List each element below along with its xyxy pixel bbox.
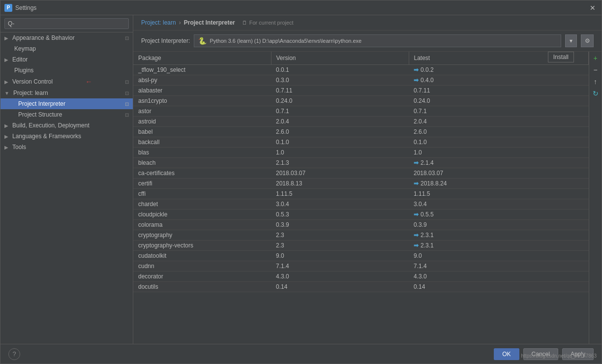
arrow-icon: ▶ <box>4 134 8 139</box>
version-cell: 0.7.1 <box>271 106 409 117</box>
close-button[interactable]: ✕ <box>588 3 598 13</box>
interpreter-dropdown-button[interactable]: ▾ <box>565 34 577 47</box>
ok-button[interactable]: OK <box>494 348 519 360</box>
table-row[interactable]: astor0.7.10.7.1 <box>133 106 589 117</box>
package-cell: astroid <box>133 117 271 127</box>
version-cell: 9.0 <box>271 251 409 261</box>
version-cell: 0.5.3 <box>271 210 409 220</box>
sidebar-item-tools[interactable]: ▶ Tools <box>0 142 133 152</box>
move-up-button[interactable]: ↑ <box>590 76 601 87</box>
package-cell: cudnn <box>133 261 271 272</box>
table-row[interactable]: babel2.6.02.6.0 <box>133 127 589 137</box>
table-row[interactable]: cudnn7.1.47.1.4 <box>133 261 589 272</box>
version-cell: 4.3.0 <box>271 272 409 282</box>
arrow-icon: ▶ <box>4 35 8 41</box>
for-current-project-label: 🗒For current project <box>242 20 294 26</box>
sidebar-item-project-structure[interactable]: Project Structure ⊡ <box>0 109 133 120</box>
sidebar-item-languages[interactable]: ▶ Languages & Frameworks <box>0 131 133 142</box>
latest-cell: ➡2.3.1 <box>409 241 589 251</box>
package-cell: ca-certificates <box>133 168 271 179</box>
table-row[interactable]: chardet3.0.43.0.4 <box>133 199 589 210</box>
table-row[interactable]: cryptography-vectors2.3➡2.3.1 <box>133 241 589 251</box>
table-row[interactable]: blas1.01.0 <box>133 148 589 158</box>
copy-icon: ⊡ <box>125 35 129 41</box>
apply-button[interactable]: Apply <box>562 348 594 360</box>
version-cell: 1.11.5 <box>271 189 409 199</box>
action-sidebar: + − ↑ ↻ <box>589 52 602 344</box>
table-row[interactable]: ca-certificates2018.03.072018.03.07 <box>133 168 589 179</box>
interpreter-select[interactable]: 🐍 Python 3.6 (learn) (1) D:\app\Anaconda… <box>194 34 561 47</box>
table-row[interactable]: docutils0.140.14 <box>133 282 589 292</box>
breadcrumb-separator: › <box>179 19 181 26</box>
table-row[interactable]: absl-py0.3.0➡0.4.0 <box>133 75 589 86</box>
sidebar-item-appearance-behavior[interactable]: ▶ Appearance & Behavior ⊡ <box>0 32 133 43</box>
latest-cell: ➡2.1.4 <box>409 158 589 168</box>
table-row[interactable]: cffi1.11.51.11.5 <box>133 189 589 199</box>
table-row[interactable]: decorator4.3.04.3.0 <box>133 272 589 282</box>
sidebar-label: Project Interpreter <box>18 100 65 107</box>
package-cell: backcall <box>133 137 271 148</box>
remove-package-button[interactable]: − <box>590 64 601 75</box>
latest-cell: 7.1.4 <box>409 261 589 272</box>
interpreter-gear-button[interactable]: ⚙ <box>581 34 594 47</box>
table-row[interactable]: cryptography2.3➡2.3.1 <box>133 230 589 241</box>
package-cell: blas <box>133 148 271 158</box>
app-icon: P <box>4 4 12 12</box>
table-row[interactable]: _tflow_190_select0.0.1➡0.0.2 <box>133 65 589 75</box>
sidebar-item-keymap[interactable]: Keymap <box>0 43 133 54</box>
sidebar-label: Keymap <box>14 45 36 52</box>
package-cell: docutils <box>133 282 271 292</box>
breadcrumb-current: Project Interpreter <box>184 19 235 26</box>
latest-cell: ➡2018.8.24 <box>409 179 589 189</box>
sidebar-item-project-learn[interactable]: ▼ Project: learn ⊡ <box>0 88 133 98</box>
sidebar-item-editor[interactable]: ▶ Editor <box>0 54 133 65</box>
table-row[interactable]: cloudpickle0.5.3➡0.5.5 <box>133 210 589 220</box>
latest-cell: 1.11.5 <box>409 189 589 199</box>
table-row[interactable]: certifi2018.8.13➡2018.8.24 <box>133 179 589 189</box>
package-cell: cryptography <box>133 230 271 241</box>
python-icon: 🐍 <box>198 37 207 45</box>
version-cell: 0.3.9 <box>271 220 409 230</box>
table-row[interactable]: backcall0.1.00.1.0 <box>133 137 589 148</box>
arrow-icon: ▶ <box>4 57 8 62</box>
latest-cell: 0.7.11 <box>409 86 589 96</box>
table-row[interactable]: colorama0.3.90.3.9 <box>133 220 589 230</box>
latest-cell: 2.0.4 <box>409 117 589 127</box>
breadcrumb-parent[interactable]: Project: learn <box>141 19 176 26</box>
table-row[interactable]: astroid2.0.42.0.4 <box>133 117 589 127</box>
table-row[interactable]: asn1crypto0.24.00.24.0 <box>133 96 589 106</box>
version-cell: 0.24.0 <box>271 96 409 106</box>
settings-window: P Settings ✕ ▶ Appearance & Behavior ⊡ K… <box>0 0 602 364</box>
latest-cell: 1.0 <box>409 148 589 158</box>
arrow-icon: ▼ <box>4 91 9 96</box>
window-title: Settings <box>15 4 36 11</box>
add-package-button[interactable]: + <box>590 53 601 63</box>
sidebar-label: Project Structure <box>18 111 62 118</box>
sidebar-item-version-control[interactable]: ▶ Version Control ← ⊡ <box>0 76 133 88</box>
table-row[interactable]: alabaster0.7.110.7.11 <box>133 86 589 96</box>
sidebar-label: Plugins <box>14 67 33 74</box>
table-row[interactable]: bleach2.1.3➡2.1.4 <box>133 158 589 168</box>
latest-cell: 2.6.0 <box>409 127 589 137</box>
latest-cell: 0.7.1 <box>409 106 589 117</box>
sidebar-label: Project: learn <box>13 90 48 96</box>
sidebar-item-build-exec[interactable]: ▶ Build, Execution, Deployment <box>0 120 133 131</box>
cancel-button[interactable]: Cancel <box>523 348 558 360</box>
table-row[interactable]: cudatoolkit9.09.0 <box>133 251 589 261</box>
package-cell: bleach <box>133 158 271 168</box>
title-bar: P Settings ✕ <box>0 0 602 15</box>
sidebar-item-plugins[interactable]: Plugins <box>0 65 133 76</box>
refresh-button[interactable]: ↻ <box>590 88 601 99</box>
sidebar-label: Build, Execution, Deployment <box>12 122 90 129</box>
interpreter-value: Python 3.6 (learn) (1) D:\app\Anaconda5\… <box>210 38 361 44</box>
version-cell: 0.0.1 <box>271 65 409 75</box>
sidebar-label: Version Control <box>12 78 53 85</box>
help-button[interactable]: ? <box>8 348 20 360</box>
package-cell: cffi <box>133 189 271 199</box>
search-input[interactable] <box>4 18 129 29</box>
footer: ? OK Cancel Apply <box>0 344 602 364</box>
packages-table: Package Version Latest _tflow_190_select… <box>133 52 589 292</box>
package-cell: decorator <box>133 272 271 282</box>
install-button[interactable]: Install <box>548 52 574 62</box>
sidebar-item-project-interpreter[interactable]: Project Interpreter ⊡ <box>0 98 133 109</box>
